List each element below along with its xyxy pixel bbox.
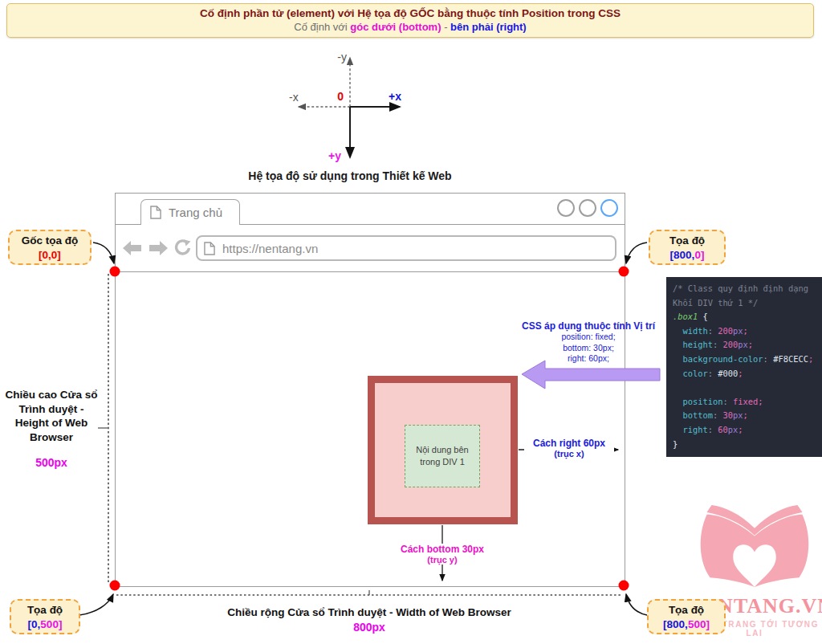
code-brace: { (698, 312, 708, 321)
code-semicolon: ; (738, 425, 743, 434)
axis-label-pos-y: +y (328, 149, 341, 162)
height-text: Chiều cao Cửa sổ Trình duyệt - Height of… (2, 388, 101, 444)
page-title: Cố định phần tử (element) với Hệ tọa độ … (7, 7, 813, 19)
code-property: bottom (673, 410, 713, 420)
code-brace: } (673, 439, 678, 449)
css-annotation-line: bottom: 30px; (520, 343, 657, 354)
browser-toolbar: https://nentang.vn (116, 225, 625, 272)
width-value: 800px (115, 621, 624, 634)
bottom-gap-axis: (trục y) (397, 555, 487, 565)
code-line: /* Class quy định định dạng (673, 282, 820, 296)
div-content-line2: trong DIV 1 (405, 456, 479, 468)
code-unit: px (733, 410, 743, 420)
code-semicolon: ; (743, 410, 748, 420)
code-comment: Khối DIV thứ 1 */ (673, 298, 758, 308)
coord-note-value: [0,500] (11, 618, 79, 632)
width-text: Chiều rộng Cửa sổ Trình duyệt - Width of… (115, 606, 624, 618)
coord-note-value: [800,0] (650, 248, 724, 263)
window-button[interactable] (579, 199, 596, 217)
code-unit: px (733, 326, 743, 336)
axis-label-neg-x: -x (289, 91, 308, 104)
code-property: right (673, 425, 708, 434)
coord-y: 0] (694, 249, 704, 261)
code-property: color (673, 369, 708, 378)
subtitle-prefix: Cố định với (294, 21, 350, 33)
right-gap-label: Cách right 60px (trục x) (524, 438, 614, 459)
bottom-gap-text: Cách bottom 30px (397, 544, 487, 555)
css-annotation-line: right: 60px; (520, 353, 657, 365)
url-text: https://nentang.vn (222, 242, 318, 255)
height-value: 500px (2, 455, 101, 470)
coord-x: [800, (663, 618, 688, 630)
code-line: color: #000; (673, 367, 820, 381)
axes-caption: Hệ tọa độ sử dụng trong Thiết kế Web (225, 169, 475, 182)
window-controls (557, 199, 618, 217)
code-selector: .box1 (673, 312, 698, 321)
code-property: width (673, 326, 708, 336)
subtitle-right-keyword: bên phải (right) (450, 21, 527, 33)
coord-note-origin: Gốc tọa độ [0,0] (8, 230, 92, 265)
code-number: 200 (718, 326, 733, 336)
code-semicolon: ; (808, 354, 813, 364)
css-annotation-title: CSS áp dụng thuộc tính Vị trí (520, 320, 657, 332)
code-punct: : (713, 340, 723, 349)
code-line: Khối DIV thứ 1 */ (673, 296, 820, 311)
coord-note-value: [0,0] (10, 248, 90, 263)
code-number: 60 (718, 425, 728, 434)
code-number: 200 (723, 340, 739, 349)
code-unit: px (728, 425, 739, 434)
code-line: height: 200px; (673, 338, 820, 353)
axis-label-pos-x: +x (389, 90, 401, 103)
code-value: #000 (718, 369, 738, 378)
page-icon (204, 242, 215, 255)
coord-y: 500] (688, 618, 710, 630)
bottom-gap-label: Cách bottom 30px (trục y) (397, 544, 487, 565)
back-icon[interactable] (122, 239, 143, 257)
code-line: bottom: 30px; (673, 409, 820, 423)
window-button[interactable] (557, 199, 575, 217)
code-punct: : (723, 397, 734, 406)
code-property: height (673, 340, 713, 349)
refresh-icon[interactable] (173, 239, 191, 257)
coord-note-title: Tọa độ (649, 603, 724, 618)
css-annotation-line: position: fixed; (520, 332, 657, 343)
coord-y: 500] (40, 618, 62, 630)
coord-x: [0, (28, 618, 41, 630)
browser-width-label: Chiều rộng Cửa sổ Trình duyệt - Width of… (115, 606, 624, 634)
right-gap-axis: (trục x) (524, 449, 614, 459)
coord-note-bottom-right: Tọa độ [800,500] (647, 599, 726, 634)
axis-label-neg-y: -y (324, 51, 347, 63)
diagram-canvas: Cố định phần tử (element) với Hệ tọa độ … (0, 0, 822, 644)
coord-note-title: Tọa độ (650, 234, 724, 248)
code-line-blank (673, 381, 820, 395)
axis-label-origin: 0 (331, 90, 344, 103)
div-content-box: Nội dung bên trong DIV 1 (405, 425, 480, 487)
code-line: width: 200px; (673, 324, 820, 339)
right-gap-text: Cách right 60px (524, 438, 614, 449)
coord-note-title: Gốc tọa độ (10, 234, 90, 248)
address-bar[interactable]: https://nentang.vn (196, 235, 616, 261)
browser-height-label: Chiều cao Cửa sổ Trình duyệt - Height of… (2, 388, 101, 470)
code-number: 30 (723, 410, 734, 420)
code-unit: px (738, 340, 748, 349)
css-code-block: /* Class quy định định dạng Khối DIV thứ… (666, 277, 822, 457)
code-property: position (673, 397, 723, 406)
window-button-active[interactable] (600, 199, 618, 217)
subtitle-separator: - (442, 21, 451, 33)
code-line: position: fixed; (673, 395, 820, 410)
code-value: fixed (733, 397, 758, 406)
code-line: background-color: #F8CECC; (673, 353, 820, 367)
code-punct: : (708, 369, 718, 378)
tab-title: Trang chủ (169, 206, 222, 219)
code-value: #F8CECC (773, 354, 808, 364)
code-punct: : (713, 410, 723, 420)
code-punct: : (763, 354, 774, 364)
browser-tab-row: Trang chủ (116, 194, 625, 225)
code-semicolon: ; (748, 340, 753, 349)
coord-note-title: Tọa độ (11, 603, 79, 618)
browser-tab[interactable]: Trang chủ (140, 199, 240, 225)
forward-icon[interactable] (148, 239, 169, 257)
coord-note-value: [800,500] (649, 618, 724, 632)
code-semicolon: ; (743, 326, 748, 336)
code-punct: : (708, 425, 718, 434)
